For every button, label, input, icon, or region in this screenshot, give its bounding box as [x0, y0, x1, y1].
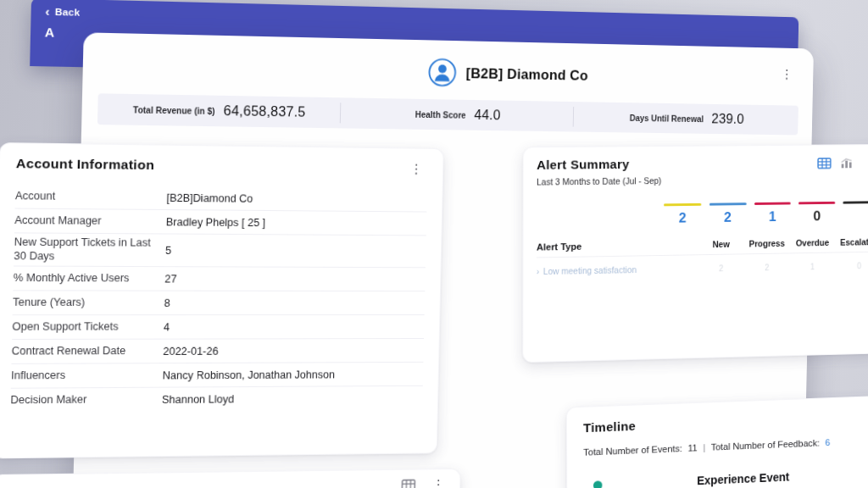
field-label: % Monthly Active Users	[14, 272, 165, 286]
alert-row-value: 1	[790, 262, 835, 272]
alert-row-value: 2	[698, 263, 743, 274]
field-label: Account	[15, 190, 167, 205]
back-label: Back	[55, 6, 81, 17]
field-label: Tenure (Years)	[13, 296, 164, 309]
field-label: Decision Maker	[10, 393, 162, 408]
kpi-value: 1	[750, 208, 795, 225]
tilted-scene: ‹ Back A [B2B] Diamond Co ⋮	[0, 0, 868, 488]
kpi-line	[664, 203, 701, 206]
header-kebab-menu-icon[interactable]: ⋮	[776, 66, 798, 82]
alert-kebab-menu-icon[interactable]: ⋮	[862, 155, 868, 170]
kpi-line	[709, 202, 747, 205]
account-information-card: Account Information ⋮ Account [B2B]Diamo…	[0, 142, 444, 458]
field-value: 5	[165, 244, 426, 258]
event-dot-icon	[593, 480, 603, 488]
event-title: Experience Event	[697, 470, 789, 487]
alert-row-label: Low meeting satisfaction	[543, 264, 637, 276]
column-new: New	[698, 239, 743, 250]
alert-summary-card: Alert Summary Last 3 Months to Date (Jul…	[522, 144, 868, 363]
kpi-value: 2	[705, 209, 750, 226]
timeline-meta: Total Number of Events: 11 | Total Numbe…	[583, 435, 868, 458]
kpi-progress: 2	[705, 202, 750, 226]
field-row-influencers: Influencers Nancy Robinson, Jonathan Joh…	[11, 363, 424, 389]
alert-table-header: Alert Type New Progress Overdue Escalate…	[537, 236, 868, 258]
table-view-icon[interactable]	[401, 479, 415, 488]
field-value: 2022-01-26	[163, 345, 424, 358]
column-progress: Progress	[744, 238, 790, 248]
stat-value: 239.0	[711, 112, 744, 127]
field-label: Account Manager	[14, 214, 166, 228]
alert-summary-title: Alert Summary	[537, 157, 661, 173]
account-header: [B2B] Diamond Co ⋮	[98, 45, 799, 99]
field-row-tenure: Tenure (Years) 8	[13, 291, 426, 316]
account-avatar-icon	[427, 58, 456, 86]
field-row-account-manager: Account Manager Bradley Phelps [ 25 ]	[14, 209, 426, 236]
timeline-title: Timeline	[583, 408, 868, 435]
field-value: Bradley Phelps [ 25 ]	[166, 216, 427, 230]
kpi-stats-strip: Total Revenue (in $) 64,658,837.5 Health…	[97, 93, 798, 135]
account-info-kebab-menu-icon[interactable]: ⋮	[405, 160, 428, 176]
field-value: 4	[164, 321, 425, 333]
stat-total-revenue: Total Revenue (in $) 64,658,837.5	[97, 93, 340, 128]
timeline-card: Timeline Total Number of Events: 11 | To…	[566, 395, 868, 488]
stat-days-until-renewal: Days Until Renewal 239.0	[574, 102, 798, 135]
meta-separator: |	[703, 442, 705, 452]
feedback-count-link[interactable]: 6	[825, 437, 830, 447]
timeline-event-row: Experience Event	[583, 465, 868, 488]
events-count: 11	[687, 443, 697, 453]
alert-kpi-row: 2 2 1 0	[659, 201, 868, 227]
field-value: Nancy Robinson, Jonathan Johnson	[163, 369, 424, 382]
field-row-open-support-tickets: Open Support Tickets 4	[12, 315, 425, 340]
field-label: Influencers	[11, 369, 163, 383]
field-row-new-support-tickets: New Support Tickets in Last 30 Days 5	[14, 233, 426, 268]
alert-row-value: 2	[744, 263, 790, 273]
screen: ‹ Back A [B2B] Diamond Co ⋮	[0, 0, 868, 488]
stat-label: Health Score	[415, 109, 466, 119]
stat-value: 64,658,837.5	[224, 103, 306, 120]
kpi-escalated: 0	[795, 202, 839, 225]
column-alert-type: Alert Type	[537, 240, 698, 252]
column-overdue: Overdue	[790, 237, 835, 247]
kpi-line	[843, 201, 868, 203]
back-chevron-icon: ‹	[45, 4, 50, 18]
partial-card: ⋮	[0, 469, 461, 488]
kpi-value: 0	[795, 208, 839, 225]
stat-label: Days Until Renewal	[630, 113, 704, 123]
account-fields: Account [B2B]Diamond Co Account Manager …	[10, 185, 427, 413]
field-row-monthly-active-users: % Monthly Active Users 27	[13, 267, 426, 292]
field-label: Open Support Tickets	[12, 320, 164, 334]
chart-view-icon[interactable]	[841, 157, 854, 169]
field-row-contract-renewal-date: Contract Renewal Date 2022-01-26	[11, 339, 424, 364]
kpi-line	[798, 202, 835, 204]
field-value: 27	[164, 273, 426, 286]
alert-summary-subtitle: Last 3 Months to Date (Jul - Sep)	[537, 175, 661, 186]
field-row-account: Account [B2B]Diamond Co	[15, 185, 427, 213]
table-view-icon[interactable]	[817, 157, 832, 169]
kpi-overdue: 1	[750, 202, 795, 225]
stat-health-score: Health Score 44.0	[340, 97, 573, 131]
alert-row-low-meeting-satisfaction[interactable]: › Low meeting satisfaction 2 2 1 0	[537, 260, 868, 276]
field-value: [B2B]Diamond Co	[166, 191, 427, 206]
expand-chevron-icon[interactable]: ›	[537, 267, 539, 276]
kpi-line	[754, 202, 791, 205]
kpi-value	[839, 208, 868, 208]
column-escalated: Escalated	[835, 236, 868, 247]
stat-label: Total Revenue (in $)	[133, 105, 215, 116]
field-label: New Support Tickets in Last 30 Days	[14, 236, 165, 263]
stat-value: 44.0	[474, 108, 500, 123]
account-title: [B2B] Diamond Co	[466, 65, 588, 84]
alert-row-value: 0	[835, 261, 868, 271]
account-information-title: Account Information	[16, 156, 155, 173]
field-label: Contract Renewal Date	[12, 345, 164, 359]
field-value: Shannon Lloyd	[162, 392, 423, 406]
events-label: Total Number of Events:	[583, 443, 682, 457]
kpi-extra	[839, 201, 868, 225]
partial-card-kebab-menu-icon[interactable]: ⋮	[427, 476, 450, 488]
kpi-value: 2	[659, 210, 705, 227]
back-button[interactable]: ‹ Back	[45, 4, 107, 19]
field-row-decision-maker: Decision Maker Shannon Lloyd	[10, 386, 423, 413]
kpi-new: 2	[659, 203, 705, 227]
field-value: 8	[164, 297, 425, 309]
feedback-label: Total Number of Feedback:	[711, 438, 820, 452]
